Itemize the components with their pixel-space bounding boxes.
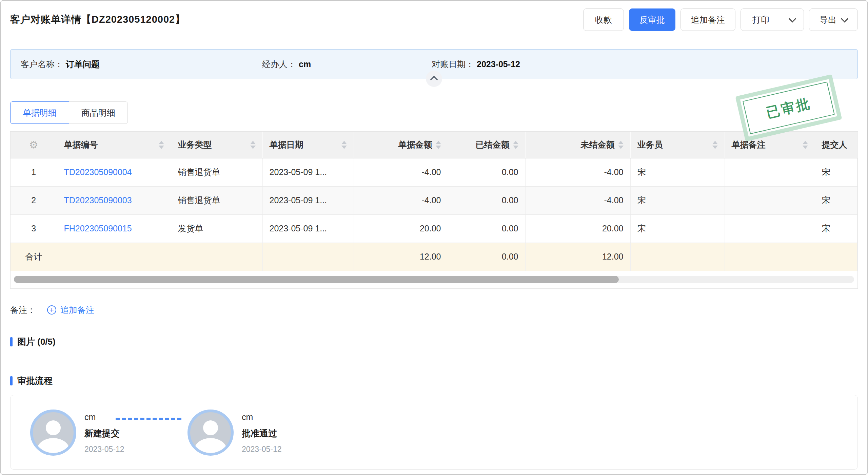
biz-type-cell: 发货单	[171, 214, 262, 243]
submitter-cell: 宋	[815, 214, 857, 243]
summary-info-bar: 客户名称： 订单问题 经办人： cm 对账日期： 2023-05-12	[10, 49, 858, 79]
reconcile-date-label: 对账日期：	[432, 59, 474, 70]
settled-cell: 0.00	[448, 158, 525, 186]
column-settings-header: ⚙	[11, 132, 57, 158]
avatar	[30, 410, 76, 456]
submitter-cell: 宋	[815, 186, 857, 214]
header-submitter: 提交人	[815, 132, 857, 158]
amount-cell: 20.00	[354, 214, 448, 243]
unsettled-cell: -4.00	[525, 158, 630, 186]
doc-no-cell: TD202305090004	[57, 158, 171, 186]
step-action: 新建提交	[84, 428, 124, 439]
header-doc-date-label: 单据日期	[270, 139, 303, 150]
row-index: 3	[11, 214, 57, 243]
sort-icon[interactable]	[250, 141, 256, 149]
approval-step: cm 批准通过 2023-05-12	[188, 410, 282, 456]
handler-field: 经办人： cm	[262, 50, 311, 79]
print-dropdown-button[interactable]	[781, 9, 804, 31]
approval-section-title: 审批流程	[10, 375, 858, 387]
doc-no-link[interactable]: TD202305090004	[64, 167, 132, 177]
total-empty-cell	[57, 243, 171, 271]
section-marker-bar	[10, 376, 13, 385]
sort-icon[interactable]	[513, 141, 518, 149]
images-title-text: 图片 (0/5)	[17, 336, 56, 348]
tab-doc-detail[interactable]: 单据明细	[10, 101, 69, 124]
amount-cell: -4.00	[354, 158, 448, 186]
approval-step-text: cm 新建提交 2023-05-12	[84, 410, 124, 456]
add-remark-button[interactable]: 追加备注	[680, 8, 735, 31]
documents-table: ⚙ 单据编号 业务类型 单据日期 单据金额 已结金额 未结金额 业务员 单据备注…	[10, 131, 858, 289]
top-bar: 客户对账单详情【DZ202305120002】 收款 反审批 追加备注 打印 导…	[1, 1, 867, 39]
approval-flow-card: cm 新建提交 2023-05-12 cm 批准通过 2023-05-12	[10, 395, 858, 470]
approval-step: cm 新建提交 2023-05-12	[30, 410, 124, 456]
sort-icon[interactable]	[341, 141, 347, 149]
approval-title-text: 审批流程	[17, 375, 53, 387]
step-date: 2023-05-12	[242, 445, 282, 454]
sort-icon[interactable]	[618, 141, 624, 149]
total-amount: 12.00	[354, 243, 448, 271]
scrollbar-thumb[interactable]	[14, 276, 619, 283]
table-row: 1 TD202305090004 销售退货单 2023-05-09 1... -…	[11, 158, 857, 186]
collapse-toggle-button[interactable]	[426, 71, 442, 87]
header-unsettled-label: 未结金额	[581, 139, 615, 150]
images-section-title: 图片 (0/5)	[10, 336, 858, 348]
scrollbar-track	[14, 276, 854, 283]
step-user-name: cm	[242, 412, 282, 422]
step-user-name: cm	[84, 412, 124, 422]
header-salesperson: 业务员	[630, 132, 725, 158]
doc-no-link[interactable]: FH202305090015	[64, 224, 132, 233]
salesperson-cell: 宋	[630, 214, 725, 243]
receive-button[interactable]: 收款	[583, 8, 624, 31]
doc-date-cell: 2023-05-09 1...	[262, 158, 354, 186]
total-settled: 0.00	[448, 243, 525, 271]
remark-label: 备注：	[10, 304, 36, 316]
total-unsettled: 12.00	[525, 243, 630, 271]
doc-no-link[interactable]: TD202305090003	[64, 195, 132, 205]
print-button-label[interactable]: 打印	[741, 9, 781, 31]
settled-cell: 0.00	[448, 214, 525, 243]
unapprove-button[interactable]: 反审批	[629, 8, 675, 31]
header-remark-label: 单据备注	[732, 139, 766, 150]
section-marker-bar	[10, 337, 13, 346]
header-settled: 已结金额	[448, 132, 525, 158]
add-remark-link[interactable]: 追加备注	[47, 304, 94, 316]
table-total-row: 合计 12.00 0.00 12.00	[11, 243, 857, 271]
doc-date-cell: 2023-05-09 1...	[262, 186, 354, 214]
tab-goods-detail[interactable]: 商品明细	[69, 101, 128, 124]
doc-date-cell: 2023-05-09 1...	[262, 214, 354, 243]
biz-type-cell: 销售退货单	[171, 158, 262, 186]
header-doc-no-label: 单据编号	[64, 139, 98, 150]
gear-icon[interactable]: ⚙	[29, 139, 38, 150]
sort-icon[interactable]	[436, 141, 441, 149]
page-content: 客户名称： 订单问题 经办人： cm 对账日期： 2023-05-12 单据明细…	[1, 49, 867, 470]
export-button[interactable]: 导出	[809, 8, 858, 31]
customer-label: 客户名称：	[21, 59, 63, 70]
handler-label: 经办人：	[262, 59, 296, 70]
chevron-down-icon	[841, 15, 849, 23]
avatar	[188, 410, 234, 456]
avatar-shoulders-shape	[194, 438, 227, 456]
avatar-head-shape	[203, 420, 218, 435]
amount-cell: -4.00	[354, 186, 448, 214]
sort-icon[interactable]	[712, 141, 718, 149]
total-empty-cell	[171, 243, 262, 271]
approval-step-text: cm 批准通过 2023-05-12	[242, 410, 282, 456]
biz-type-cell: 销售退货单	[171, 186, 262, 214]
row-index: 2	[11, 186, 57, 214]
header-amount-label: 单据金额	[398, 139, 432, 150]
print-split-button[interactable]: 打印	[741, 8, 804, 31]
settled-cell: 0.00	[448, 186, 525, 214]
customer-field: 客户名称： 订单问题	[21, 50, 100, 79]
sort-icon[interactable]	[159, 141, 164, 149]
toolbar: 收款 反审批 追加备注 打印 导出	[583, 8, 858, 31]
flow-dashed-connector	[116, 418, 181, 420]
table-row: 3 FH202305090015 发货单 2023-05-09 1... 20.…	[11, 214, 857, 243]
unsettled-cell: -4.00	[525, 186, 630, 214]
header-biz-type-label: 业务类型	[178, 139, 212, 150]
sort-icon[interactable]	[803, 141, 808, 149]
submitter-cell: 宋	[815, 158, 857, 186]
page-title: 客户对账单详情【DZ202305120002】	[10, 13, 185, 26]
remark-cell	[725, 214, 815, 243]
total-label: 合计	[11, 243, 57, 271]
salesperson-cell: 宋	[630, 158, 725, 186]
